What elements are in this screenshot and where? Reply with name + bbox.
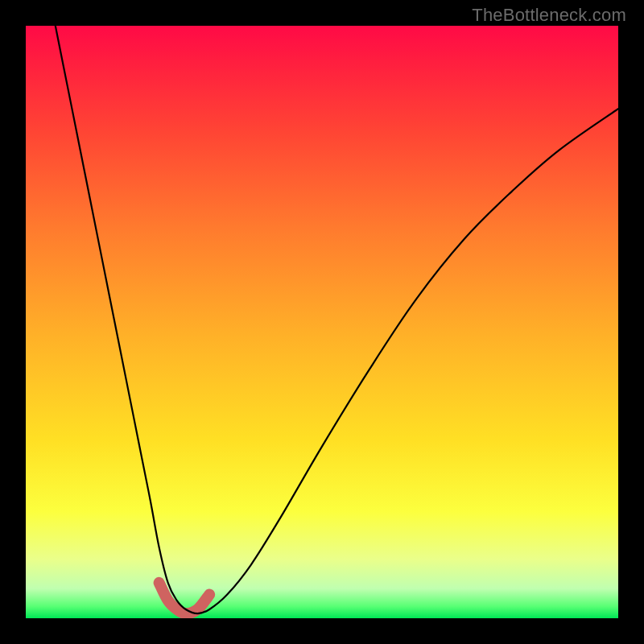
watermark-text: TheBottleneck.com <box>472 5 626 26</box>
plot-area <box>26 26 618 618</box>
frame-left <box>0 0 26 644</box>
bottleneck-curve <box>56 26 618 613</box>
bottleneck-chart <box>26 26 618 618</box>
frame-bottom <box>0 618 644 644</box>
frame-right <box>618 0 644 644</box>
